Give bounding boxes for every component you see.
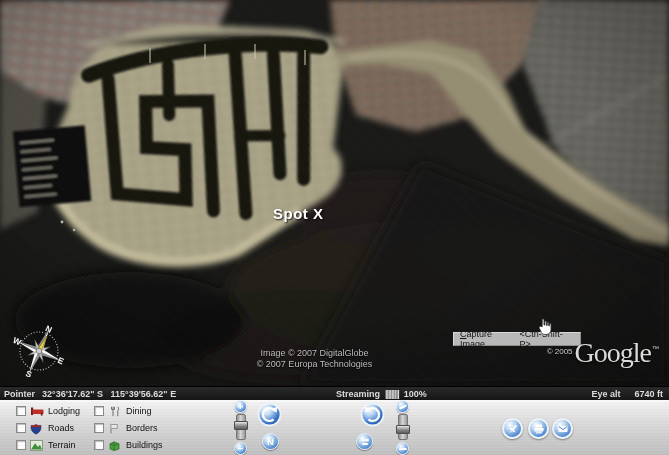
printer-icon bbox=[533, 423, 545, 435]
google-copyright-year: © 2005 bbox=[547, 347, 573, 356]
layer-row-lodging: Lodging bbox=[16, 405, 80, 417]
reset-north-button[interactable]: N bbox=[262, 433, 279, 450]
bottom-toolbar: Lodging Roads Terrain bbox=[0, 400, 669, 455]
google-earth-window: N S E W Spot X Image © 2007 DigitalGlobe… bbox=[0, 0, 669, 455]
fork-icon bbox=[108, 406, 122, 417]
layer-row-roads: Roads bbox=[16, 422, 80, 434]
print-button[interactable] bbox=[528, 418, 549, 439]
layer-row-dining: Dining bbox=[94, 405, 163, 417]
horizon-bar-icon bbox=[361, 439, 369, 441]
eye-alt-label: Eye alt bbox=[591, 389, 620, 399]
layer-column-2: Dining Borders Buildings bbox=[94, 405, 163, 451]
pointer-hand-cursor-icon bbox=[537, 318, 552, 336]
spot-x-placemark-label[interactable]: Spot X bbox=[273, 205, 324, 222]
copyright-line-1: Image © 2007 DigitalGlobe bbox=[0, 348, 629, 359]
add-placemark-button[interactable] bbox=[502, 418, 523, 439]
layer-label-borders: Borders bbox=[126, 423, 158, 433]
zoom-slider-handle[interactable] bbox=[234, 421, 248, 430]
capture-image-label: Capture Image bbox=[460, 329, 520, 349]
layer-checkbox-borders[interactable] bbox=[94, 423, 104, 433]
pointer-label: Pointer bbox=[4, 389, 35, 399]
tilt-up-button[interactable] bbox=[396, 400, 409, 413]
flat-view-icon bbox=[399, 448, 407, 450]
status-bar: Pointer 32°36'17.62" S 115°39'56.62" E S… bbox=[0, 386, 669, 400]
pushpin-icon bbox=[507, 423, 519, 435]
layer-checkbox-roads[interactable] bbox=[16, 423, 26, 433]
eye-alt-value: 6740 ft bbox=[634, 389, 663, 399]
horizon-bar-small-icon bbox=[362, 443, 368, 445]
google-logo: © 2005 Google ™ bbox=[547, 338, 659, 368]
bed-icon bbox=[30, 406, 44, 417]
tilt-slider-handle[interactable] bbox=[396, 425, 410, 434]
rotate-ccw-button[interactable] bbox=[257, 402, 282, 427]
streaming-progress-bars: ||||||||| bbox=[385, 389, 399, 399]
layer-checkbox-terrain[interactable] bbox=[16, 440, 26, 450]
eye-altitude: Eye alt 6740 ft bbox=[591, 389, 663, 399]
pointer-coords-value: 32°36'17.62" S 115°39'56.62" E bbox=[42, 389, 176, 399]
layer-checkbox-lodging[interactable] bbox=[16, 406, 26, 416]
streaming-percent: 100% bbox=[404, 389, 427, 399]
flag-icon bbox=[108, 423, 122, 434]
tilt-reset-button[interactable] bbox=[356, 433, 373, 450]
building-icon bbox=[108, 440, 122, 451]
layer-column-1: Lodging Roads Terrain bbox=[16, 405, 80, 451]
map-copyright: Image © 2007 DigitalGlobe © 2007 Europa … bbox=[0, 348, 629, 370]
zoom-out-button[interactable]: − bbox=[234, 442, 247, 455]
layer-row-terrain: Terrain bbox=[16, 439, 80, 451]
pointer-coordinates: Pointer 32°36'17.62" S 115°39'56.62" E bbox=[4, 389, 176, 399]
layer-label-buildings: Buildings bbox=[126, 440, 163, 450]
layer-label-dining: Dining bbox=[126, 406, 152, 416]
interstate-shield-icon bbox=[30, 423, 44, 434]
tilt-down-button[interactable] bbox=[396, 442, 409, 455]
map-viewport[interactable]: N S E W Spot X Image © 2007 DigitalGlobe… bbox=[0, 0, 669, 386]
streaming-label: Streaming bbox=[336, 389, 380, 399]
layer-row-buildings: Buildings bbox=[94, 439, 163, 451]
email-button[interactable] bbox=[552, 418, 573, 439]
tilted-view-icon bbox=[398, 404, 406, 409]
layer-checkbox-dining[interactable] bbox=[94, 406, 104, 416]
minus-icon: − bbox=[238, 444, 244, 454]
envelope-icon bbox=[557, 423, 569, 435]
layer-label-roads: Roads bbox=[48, 423, 74, 433]
mountains-icon bbox=[30, 440, 44, 451]
layer-checkboxes: Lodging Roads Terrain bbox=[16, 405, 163, 451]
layer-checkbox-buildings[interactable] bbox=[94, 440, 104, 450]
plus-icon: + bbox=[238, 402, 244, 412]
copyright-line-2: © 2007 Europa Technologies bbox=[0, 359, 629, 370]
google-logo-text: Google bbox=[575, 338, 651, 368]
google-trademark: ™ bbox=[652, 345, 659, 352]
layer-row-borders: Borders bbox=[94, 422, 163, 434]
north-label: N bbox=[267, 437, 274, 447]
streaming-status: Streaming ||||||||| 100% bbox=[336, 389, 427, 399]
compass-west-label: W bbox=[11, 335, 23, 348]
rotate-cw-button[interactable] bbox=[360, 402, 385, 427]
layer-label-terrain: Terrain bbox=[48, 440, 76, 450]
layer-label-lodging: Lodging bbox=[48, 406, 80, 416]
zoom-in-button[interactable]: + bbox=[234, 400, 247, 413]
